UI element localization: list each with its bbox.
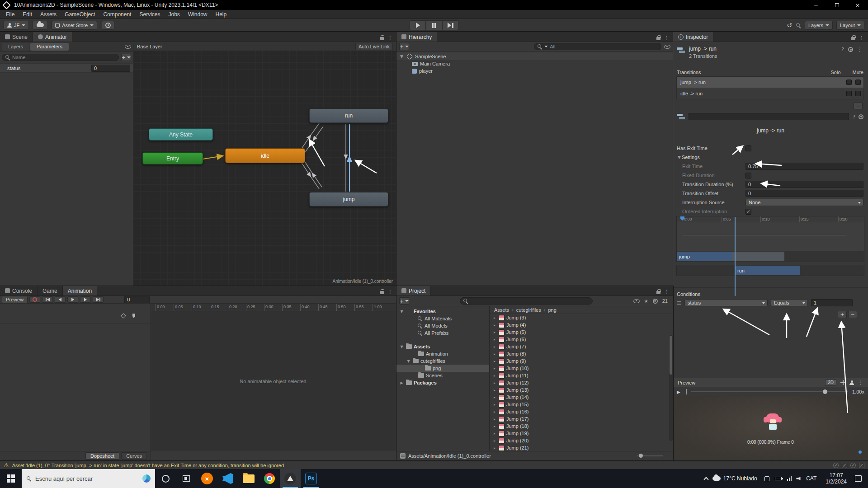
chrome-taskbar-button[interactable]: [259, 469, 280, 488]
thumbnail-zoom-slider[interactable]: [637, 455, 663, 456]
language-indicator[interactable]: CAT: [806, 475, 816, 482]
foldout-icon[interactable]: ▼: [677, 155, 682, 160]
tab-layers[interactable]: Layers: [2, 43, 29, 51]
preview-2d-toggle[interactable]: 2D: [825, 379, 836, 386]
weather-label[interactable]: 17°C Nublado: [723, 475, 757, 482]
xampp-taskbar-button[interactable]: ×: [197, 469, 217, 488]
tab-inspector[interactable]: iInspector: [673, 32, 713, 42]
project-tree-item[interactable]: png: [396, 365, 489, 372]
parameter-row[interactable]: status 0: [0, 63, 133, 73]
expander-icon[interactable]: ▸: [492, 366, 497, 371]
asset-row[interactable]: ▸ Jump (20): [490, 437, 673, 444]
menu-item[interactable]: Window: [184, 10, 212, 19]
minimize-button[interactable]: [806, 0, 826, 10]
transition-row[interactable]: idle -> run: [677, 88, 863, 99]
asset-row[interactable]: ▸ Jump (10): [490, 365, 673, 372]
tablet-icon[interactable]: [764, 476, 769, 481]
project-tree-item[interactable]: All Materials: [396, 315, 489, 322]
kebab-menu-icon[interactable]: ⋮: [387, 36, 393, 40]
avatar-icon[interactable]: [849, 380, 854, 385]
remove-condition-button[interactable]: −: [848, 311, 857, 318]
auto-live-link-button[interactable]: Auto Live Link: [355, 43, 393, 50]
fold-icon[interactable]: ▼: [399, 345, 404, 349]
vscode-taskbar-button[interactable]: [217, 469, 238, 488]
menu-item[interactable]: Edit: [19, 10, 36, 19]
expander-icon[interactable]: ▸: [492, 316, 497, 320]
cortana-button[interactable]: [155, 469, 176, 488]
kebab-menu-icon[interactable]: ⋮: [664, 36, 670, 40]
ordered-interruption-checkbox[interactable]: [745, 209, 751, 215]
start-button[interactable]: [0, 469, 22, 488]
remove-transition-button[interactable]: −: [854, 102, 863, 109]
tab-hierarchy[interactable]: Hierarchy: [396, 32, 437, 42]
asset-row[interactable]: ▸ Jump (6): [490, 336, 673, 343]
action-center-icon[interactable]: [855, 475, 862, 482]
search-icon[interactable]: [796, 23, 801, 28]
clock[interactable]: 17:07 1/2/2024: [826, 472, 847, 485]
solo-checkbox[interactable]: [846, 80, 852, 85]
kebab-menu-icon[interactable]: ⋮: [858, 380, 863, 385]
preview-speed-slider[interactable]: [691, 391, 848, 392]
undo-history-icon[interactable]: ↺: [787, 22, 792, 29]
preview-play-button[interactable]: ▶: [677, 389, 680, 394]
project-tree-item[interactable]: ▼ cutegirlfiles: [396, 357, 489, 365]
transition-name-field[interactable]: [689, 113, 849, 120]
last-key-button[interactable]: [93, 296, 104, 303]
lock-icon[interactable]: [656, 291, 660, 294]
preview-viewport[interactable]: 0:00 (000.0%) Frame 0: [673, 396, 868, 459]
create-object-button[interactable]: +: [399, 43, 409, 50]
animation-dopesheet-area[interactable]: No animatable object selected.: [151, 311, 396, 451]
breadcrumb-item[interactable]: png: [541, 307, 557, 313]
tab-scene[interactable]: Scene: [0, 32, 33, 42]
status-bar[interactable]: ⚠ Asset 'Idle (1)_0': Transition 'jump -…: [0, 461, 868, 469]
asset-row[interactable]: ▸ Jump (13): [490, 386, 673, 394]
asset-row[interactable]: ▸ Jump (18): [490, 422, 673, 430]
preview-scrub-handle[interactable]: [686, 389, 687, 394]
activity-status-icon[interactable]: [850, 463, 856, 468]
network-icon[interactable]: [787, 476, 792, 481]
state-node-run[interactable]: run: [309, 108, 388, 123]
expander-icon[interactable]: ▸: [492, 395, 497, 399]
transition-duration-field[interactable]: 0: [745, 181, 863, 188]
help-icon[interactable]: ?: [853, 114, 855, 120]
mute-checkbox[interactable]: [855, 91, 861, 96]
menu-item[interactable]: GameObject: [61, 10, 99, 19]
menu-item[interactable]: Component: [99, 10, 135, 19]
has-exit-time-checkbox[interactable]: [745, 145, 751, 151]
taskbar-search[interactable]: Escriu aquí per cercar: [22, 469, 155, 488]
project-tree-item[interactable]: ▶ Packages: [396, 379, 489, 386]
animation-preview-toggle[interactable]: Preview: [2, 296, 28, 303]
state-node-any-state[interactable]: Any State: [149, 128, 213, 141]
condition-value-field[interactable]: 1: [811, 299, 853, 306]
state-node-idle[interactable]: idle: [225, 148, 305, 163]
volume-icon[interactable]: [796, 477, 801, 480]
asset-row[interactable]: ▸ Jump (15): [490, 401, 673, 408]
create-asset-button[interactable]: +: [399, 297, 409, 305]
unity-taskbar-button[interactable]: [280, 469, 301, 488]
menu-item[interactable]: Jobs: [164, 10, 184, 19]
expander-icon[interactable]: ▸: [492, 345, 497, 349]
asset-row[interactable]: ▸ Jump (4): [490, 321, 673, 328]
asset-row[interactable]: ▸ Jump (3): [490, 314, 673, 321]
add-condition-button[interactable]: +: [838, 311, 847, 318]
tab-animator[interactable]: Animator: [33, 32, 72, 42]
tab-animation[interactable]: Animation: [63, 286, 97, 296]
photoshop-taskbar-button[interactable]: Ps: [301, 469, 321, 488]
asset-row[interactable]: ▸ Jump (5): [490, 328, 673, 336]
layout-dropdown[interactable]: Layout: [836, 21, 864, 30]
favorite-icon[interactable]: ★: [644, 299, 648, 304]
scrollbar-thumb[interactable]: [670, 336, 672, 375]
timeline-playhead-line[interactable]: [735, 217, 736, 296]
frame-field[interactable]: 0: [124, 296, 150, 303]
expander-icon[interactable]: ▸: [492, 439, 497, 443]
record-button[interactable]: [29, 296, 40, 303]
project-tree-item[interactable]: All Prefabs: [396, 329, 489, 337]
target-button[interactable]: [102, 21, 114, 30]
hidden-count-badge[interactable]: 21: [662, 298, 668, 304]
play-button[interactable]: [410, 20, 426, 30]
expander-icon[interactable]: ▸: [492, 424, 497, 428]
mute-checkbox[interactable]: [855, 80, 861, 85]
expander-icon[interactable]: ▸: [492, 323, 497, 327]
project-search-input[interactable]: [460, 297, 593, 305]
asset-store-button[interactable]: Asset Store: [52, 21, 97, 30]
